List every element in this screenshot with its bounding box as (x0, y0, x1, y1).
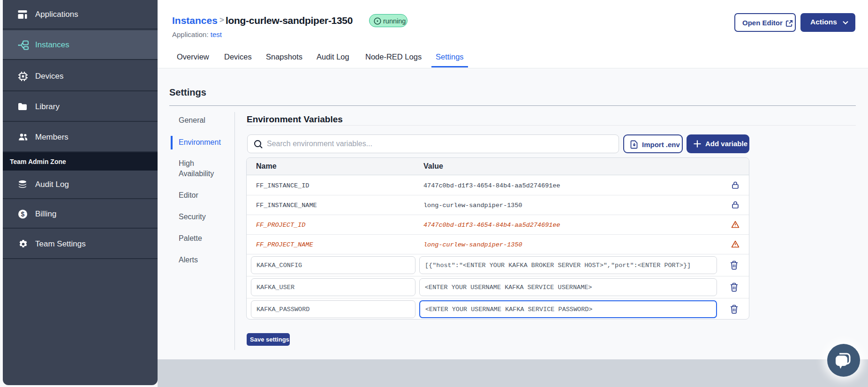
svg-text:$: $ (21, 210, 25, 217)
